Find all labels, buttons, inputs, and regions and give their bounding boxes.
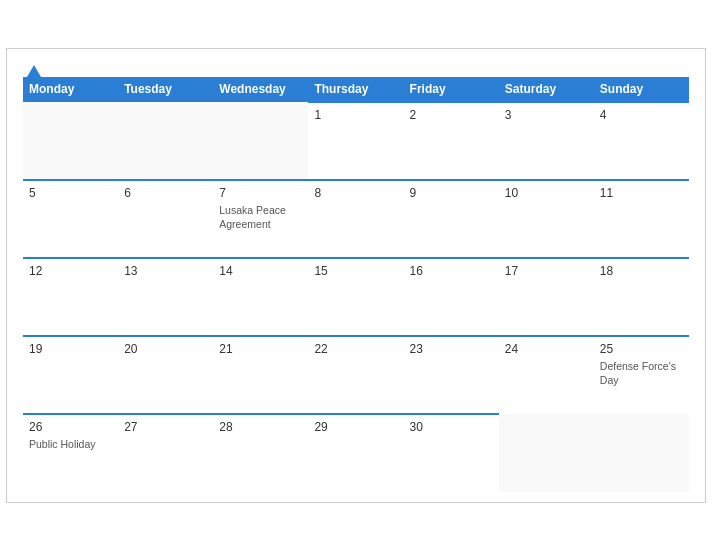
day-number: 18 [600, 264, 683, 278]
day-number: 12 [29, 264, 112, 278]
calendar-cell: 21 [213, 336, 308, 414]
calendar-cell [499, 414, 594, 492]
calendar-cell [213, 102, 308, 180]
calendar-cell: 25Defense Force's Day [594, 336, 689, 414]
day-number: 17 [505, 264, 588, 278]
day-number: 11 [600, 186, 683, 200]
calendar-cell: 13 [118, 258, 213, 336]
event-text: Public Holiday [29, 438, 96, 450]
day-number: 21 [219, 342, 302, 356]
day-number: 3 [505, 108, 588, 122]
day-number: 26 [29, 420, 112, 434]
calendar-cell: 20 [118, 336, 213, 414]
day-number: 9 [410, 186, 493, 200]
calendar-cell: 12 [23, 258, 118, 336]
calendar-cell: 22 [308, 336, 403, 414]
calendar-cell: 6 [118, 180, 213, 258]
calendar-cell: 2 [404, 102, 499, 180]
logo [23, 65, 41, 77]
calendar-cell: 26Public Holiday [23, 414, 118, 492]
week-row-3: 12131415161718 [23, 258, 689, 336]
day-number: 7 [219, 186, 302, 200]
calendar-cell: 10 [499, 180, 594, 258]
day-number: 10 [505, 186, 588, 200]
calendar-cell: 1 [308, 102, 403, 180]
calendar-cell: 11 [594, 180, 689, 258]
day-number: 2 [410, 108, 493, 122]
calendar-container: MondayTuesdayWednesdayThursdayFridaySatu… [6, 48, 706, 503]
day-number: 19 [29, 342, 112, 356]
calendar-grid: MondayTuesdayWednesdayThursdayFridaySatu… [23, 77, 689, 492]
day-number: 24 [505, 342, 588, 356]
calendar-cell: 8 [308, 180, 403, 258]
day-number: 6 [124, 186, 207, 200]
calendar-cell: 19 [23, 336, 118, 414]
day-number: 15 [314, 264, 397, 278]
weekday-header-sunday: Sunday [594, 77, 689, 102]
weekday-header-wednesday: Wednesday [213, 77, 308, 102]
day-number: 20 [124, 342, 207, 356]
day-number: 23 [410, 342, 493, 356]
weekday-header-tuesday: Tuesday [118, 77, 213, 102]
week-row-5: 26Public Holiday27282930 [23, 414, 689, 492]
event-text: Lusaka Peace Agreement [219, 204, 286, 231]
calendar-cell: 14 [213, 258, 308, 336]
calendar-cell: 29 [308, 414, 403, 492]
day-number: 4 [600, 108, 683, 122]
logo-blue-text [23, 65, 41, 77]
calendar-cell: 5 [23, 180, 118, 258]
day-number: 30 [410, 420, 493, 434]
calendar-cell: 27 [118, 414, 213, 492]
week-row-2: 567Lusaka Peace Agreement891011 [23, 180, 689, 258]
weekday-header-saturday: Saturday [499, 77, 594, 102]
calendar-cell [594, 414, 689, 492]
day-number: 22 [314, 342, 397, 356]
day-number: 13 [124, 264, 207, 278]
day-number: 8 [314, 186, 397, 200]
calendar-cell: 18 [594, 258, 689, 336]
calendar-cell: 16 [404, 258, 499, 336]
day-number: 14 [219, 264, 302, 278]
day-number: 28 [219, 420, 302, 434]
day-number: 16 [410, 264, 493, 278]
logo-triangle-icon [27, 65, 41, 77]
calendar-cell [118, 102, 213, 180]
calendar-cell: 9 [404, 180, 499, 258]
day-number: 1 [314, 108, 397, 122]
weekday-header-thursday: Thursday [308, 77, 403, 102]
calendar-cell: 3 [499, 102, 594, 180]
calendar-cell: 15 [308, 258, 403, 336]
weekday-header-monday: Monday [23, 77, 118, 102]
day-number: 25 [600, 342, 683, 356]
calendar-cell [23, 102, 118, 180]
week-row-1: 1234 [23, 102, 689, 180]
day-number: 29 [314, 420, 397, 434]
calendar-cell: 28 [213, 414, 308, 492]
week-row-4: 19202122232425Defense Force's Day [23, 336, 689, 414]
day-number: 27 [124, 420, 207, 434]
day-number: 5 [29, 186, 112, 200]
weekday-header-row: MondayTuesdayWednesdayThursdayFridaySatu… [23, 77, 689, 102]
calendar-cell: 7Lusaka Peace Agreement [213, 180, 308, 258]
calendar-cell: 24 [499, 336, 594, 414]
calendar-cell: 17 [499, 258, 594, 336]
calendar-cell: 23 [404, 336, 499, 414]
event-text: Defense Force's Day [600, 360, 676, 387]
calendar-cell: 30 [404, 414, 499, 492]
weekday-header-friday: Friday [404, 77, 499, 102]
calendar-cell: 4 [594, 102, 689, 180]
